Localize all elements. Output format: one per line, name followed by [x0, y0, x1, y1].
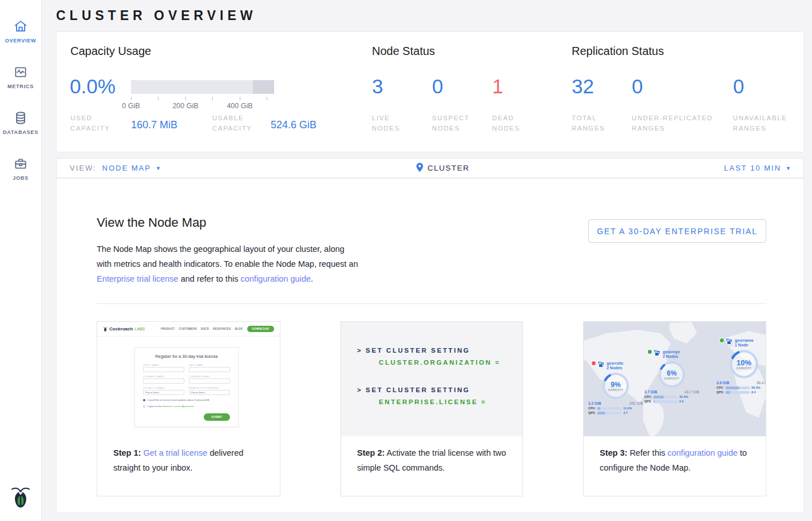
cluster-summary-panel: Capacity Usage 0.0% 0 GiB 200 GiB 400 Gi…: [56, 31, 804, 152]
dead-nodes-label: DEAD NODES: [492, 113, 520, 133]
cockroach-labs-logo: CockroachLABS: [103, 326, 145, 332]
sidebar-item-label: DATABASES: [3, 129, 38, 135]
live-nodes-value: 3: [372, 75, 383, 98]
promo-heading: View the Node Map: [97, 215, 207, 230]
step1-caption: Step 1: Get a trial license delivered st…: [97, 436, 280, 484]
node-map-thumbnail: geo=sfo2 Nodes 9%CAPACITY 3.2 GiB351 GiB…: [584, 322, 766, 436]
promo-text: The Node Map shows the geographical layo…: [97, 244, 358, 269]
time-range-dropdown[interactable]: LAST 10 MIN ▼: [724, 159, 791, 177]
live-nodes-label: LIVE NODES: [372, 113, 400, 133]
suspect-nodes-label: SUSPECT NODES: [432, 113, 470, 133]
sidebar-item-label: OVERVIEW: [5, 38, 37, 44]
sql-commands-thumbnail: > SET CLUSTER SETTING CLUSTER.ORGANIZATI…: [341, 322, 522, 436]
home-icon: [13, 19, 28, 34]
enterprise-trial-license-link[interactable]: Enterprise trial license: [97, 274, 179, 283]
briefcase-icon: [13, 156, 28, 171]
status-dot-green: [720, 338, 724, 342]
step2-caption: Step 2: Activate the trial license with …: [341, 436, 522, 484]
step3-text: Refer this: [629, 448, 665, 457]
used-capacity-value: 160.7 MiB: [131, 119, 177, 131]
capacity-ring: 6%CAPACITY: [657, 360, 687, 389]
nodes-icon: [726, 338, 733, 345]
step3-caption: Step 3: Refer this configuration guide t…: [584, 436, 766, 484]
get-trial-license-link[interactable]: Get a trial license: [143, 448, 207, 457]
sql-prompt: > SET CLUSTER SETTING: [357, 386, 522, 393]
locality-ams: geo=ams1 Node 10%CAPACITY 3.6 GiB36.4 Gi…: [716, 338, 766, 394]
total-ranges-label: TOTAL RANGES: [572, 113, 605, 133]
view-bar: VIEW: NODE MAP ▼ CLUSTER LAST 10 MIN ▼: [56, 158, 804, 178]
sql-prompt: > SET CLUSTER SETTING: [357, 347, 522, 354]
step1-label: Step 1:: [113, 448, 141, 457]
node-map-panel: View the Node Map The Node Map shows the…: [56, 178, 804, 513]
sidebar-item-overview[interactable]: OVERVIEW: [0, 8, 41, 54]
mini-submit-button: SUBMIT: [204, 413, 230, 421]
under-replicated-ranges-value: 0: [632, 75, 643, 98]
total-ranges-value: 32: [572, 75, 594, 98]
node-status-title: Node Status: [372, 45, 435, 58]
gauge-tick-label: 0 GiB: [111, 102, 151, 110]
sidebar: OVERVIEW METRICS DATABASES: [0, 0, 42, 521]
step3-card: geo=sfo2 Nodes 9%CAPACITY 3.2 GiB351 GiB…: [583, 321, 766, 496]
capacity-ring: 9%CAPACITY: [601, 371, 631, 401]
view-selector-dropdown[interactable]: NODE MAP ▼: [102, 164, 161, 172]
database-icon: [13, 110, 28, 125]
promo-text: .: [311, 274, 313, 283]
cockroachdb-logo: [10, 486, 31, 511]
sidebar-item-metrics[interactable]: METRICS: [0, 54, 41, 100]
usable-capacity-label: USABLE CAPACITY: [212, 113, 252, 133]
view-label: VIEW:: [70, 164, 97, 172]
step2-label: Step 2:: [357, 448, 385, 457]
mini-download-button: DOWNLOAD: [247, 326, 274, 332]
nodes-icon: [597, 361, 605, 368]
enterprise-trial-button[interactable]: GET A 30-DAY ENTERPRISE TRIAL: [588, 219, 766, 243]
unavailable-ranges-value: 0: [733, 75, 744, 98]
promo-text: and refer to this: [181, 274, 239, 283]
used-capacity-label: USED CAPACITY: [70, 113, 110, 133]
breadcrumb-cluster: CLUSTER: [427, 164, 470, 172]
gauge-tick-label: 400 GiB: [220, 102, 260, 110]
chevron-down-icon: ▼: [156, 165, 161, 171]
sidebar-item-databases[interactable]: DATABASES: [0, 100, 41, 145]
capacity-ring: 10%CAPACITY: [728, 348, 760, 380]
sql-setting: ENTERPRISE.LICENSE =: [379, 398, 522, 405]
sidebar-item-label: JOBS: [13, 175, 29, 181]
usable-capacity-value: 524.6 GiB: [271, 119, 316, 131]
promo-description: The Node Map shows the geographical layo…: [97, 242, 361, 286]
configuration-guide-link[interactable]: configuration guide: [240, 274, 311, 283]
metrics-icon: [13, 65, 28, 80]
divider: [97, 303, 766, 304]
status-dot-red: [592, 361, 596, 365]
step2-card: > SET CLUSTER SETTING CLUSTER.ORGANIZATI…: [340, 321, 523, 496]
gauge-tick-label: 200 GiB: [165, 102, 205, 110]
status-dot-green: [648, 350, 652, 354]
dead-nodes-value: 1: [492, 75, 503, 98]
sidebar-item-label: METRICS: [7, 84, 34, 89]
trial-registration-thumbnail: CockroachLABS PRODUCTCUSTOMERSDOCSRESOUR…: [97, 322, 280, 436]
step1-card: CockroachLABS PRODUCTCUSTOMERSDOCSRESOUR…: [97, 321, 280, 496]
replication-status-title: Replication Status: [572, 45, 664, 58]
configuration-guide-link[interactable]: configuration guide: [667, 448, 738, 457]
locality-nyc: geo=nyc2 Nodes 6%CAPACITY 3.7 GiB43.7 Gi…: [644, 349, 699, 403]
step3-label: Step 3:: [600, 448, 627, 457]
sql-setting: CLUSTER.ORGANIZATION =: [379, 359, 522, 366]
nodes-icon: [653, 349, 661, 356]
mini-form-title: Register for a 30-day trial license: [143, 354, 230, 359]
unavailable-ranges-label: UNAVAILABLE RANGES: [733, 113, 787, 133]
locality-sfo: geo=sfo2 Nodes 9%CAPACITY 3.2 GiB351 GiB…: [588, 361, 643, 415]
mini-site-nav: PRODUCTCUSTOMERSDOCSRESOURCESBLOG DOWNLO…: [161, 326, 274, 332]
sidebar-item-jobs[interactable]: JOBS: [0, 145, 41, 191]
capacity-usage-title: Capacity Usage: [70, 45, 151, 58]
trial-registration-form: Register for a 30-day trial license FIRS…: [134, 347, 239, 427]
capacity-percent: 0.0%: [70, 75, 116, 98]
capacity-gauge: [131, 80, 274, 94]
page-title: CLUSTER OVERVIEW: [56, 8, 257, 23]
location-pin-icon: [416, 163, 423, 174]
under-replicated-ranges-label: UNDER-REPLICATED RANGES: [632, 113, 713, 133]
chevron-down-icon: ▼: [786, 165, 791, 171]
suspect-nodes-value: 0: [432, 75, 443, 98]
